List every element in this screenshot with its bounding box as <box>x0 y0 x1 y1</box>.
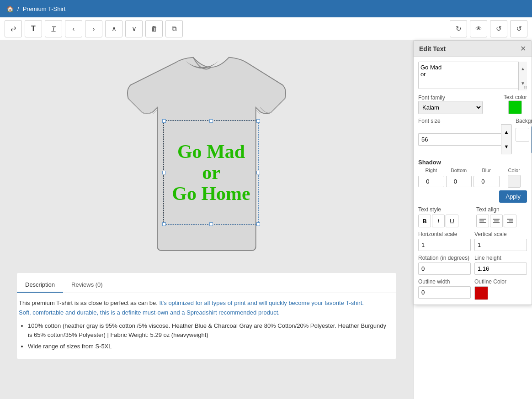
shadow-right-label: Right <box>418 168 444 173</box>
font-size-input[interactable] <box>418 133 501 146</box>
desc-text3: Soft, comfortable and durable, this is a… <box>19 309 280 316</box>
home-icon[interactable]: 🏠 <box>6 5 14 12</box>
resize-handle-tm[interactable] <box>209 119 213 123</box>
font-size-spinner: ▲ ▼ <box>501 124 512 154</box>
up-btn[interactable]: ∧ <box>105 20 122 37</box>
shadow-bottom-input[interactable] <box>446 176 472 187</box>
line-height-input[interactable] <box>474 262 527 275</box>
h-scale-label: Horizontal scale <box>418 231 471 237</box>
edit-text-panel: Edit Text ✕ Go Mad or ▲ ▼ ⠿ Font family … <box>413 40 532 305</box>
tab-description[interactable]: Description <box>17 278 63 293</box>
refresh-btn[interactable]: ↻ <box>450 20 467 37</box>
bg-color-header: Background color (Reset) <box>516 118 532 124</box>
font-family-select[interactable]: Kalam Arial Times New Roman Roboto Georg… <box>418 101 483 114</box>
apply-btn[interactable]: Apply <box>499 190 527 203</box>
font-family-label: Font family <box>418 94 500 101</box>
outline-color-label: Outline Color <box>474 278 527 285</box>
rotation-lineheight-row: Rotation (in degrees) Line height <box>418 255 527 275</box>
h-scale-input[interactable] <box>418 239 471 251</box>
line-height-label: Line height <box>474 255 527 261</box>
shadow-blur-input[interactable] <box>473 176 500 187</box>
underline-btn[interactable]: U <box>446 215 458 227</box>
text-style-section: Text style B I U <box>418 206 469 227</box>
desc-bullet1: 100% cotton (heather gray is 95% cotton … <box>28 321 390 341</box>
description-content: This premium T-shirt is as close to perf… <box>17 293 392 359</box>
outline-width-group: Outline width <box>418 278 471 300</box>
align-right-btn[interactable] <box>504 215 516 227</box>
outline-color-swatch[interactable] <box>474 286 488 300</box>
resize-handle-bm[interactable] <box>209 222 213 226</box>
h-scale-group: Horizontal scale <box>418 231 471 251</box>
resize-handle-tr[interactable] <box>256 119 260 123</box>
font-size-down-btn[interactable]: ▼ <box>501 139 511 154</box>
bg-color-white-swatch[interactable] <box>516 128 529 142</box>
outline-width-input[interactable] <box>418 286 471 299</box>
font-size-input-group: ▲ ▼ <box>418 124 512 154</box>
rotation-label: Rotation (in degrees) <box>418 255 471 261</box>
text-align-label: Text align <box>476 206 527 213</box>
align-buttons <box>476 215 527 227</box>
redo-btn[interactable]: ↻ <box>510 20 527 37</box>
shadow-right-input[interactable] <box>418 176 444 187</box>
rotation-group: Rotation (in degrees) <box>418 255 471 275</box>
bg-color-group: Background color (Reset) <box>516 118 532 153</box>
shadow-blur-label: Blur <box>473 168 500 173</box>
tshirt-canvas[interactable]: Go MadorGo Home <box>111 49 303 268</box>
text-align-section: Text align <box>476 206 527 227</box>
resize-handle-mr[interactable] <box>256 171 260 174</box>
text-selection-box[interactable]: Go MadorGo Home <box>163 120 259 225</box>
description-tabs: Description Reviews (0) <box>17 278 396 293</box>
font-size-label: Font size <box>418 118 512 124</box>
prev-btn[interactable]: ‹ <box>65 20 82 37</box>
bg-color-label: Background color <box>516 118 532 124</box>
resize-handle-tl[interactable] <box>162 119 166 123</box>
shadow-color-swatch[interactable] <box>508 175 521 188</box>
text-color-label: Text color <box>504 94 527 100</box>
breadcrumb-product[interactable]: Premium T-Shirt <box>23 5 66 12</box>
edit-text-close-btn[interactable]: ✕ <box>520 44 526 53</box>
tab-reviews[interactable]: Reviews (0) <box>63 278 111 293</box>
delete-btn[interactable]: 🗑 <box>145 20 163 37</box>
edit-text-title: Edit Text <box>419 45 446 52</box>
resize-handle-bl[interactable] <box>162 222 166 226</box>
eye-btn[interactable]: 👁 <box>470 20 487 37</box>
shadow-label: Shadow <box>418 159 527 166</box>
text-btn[interactable]: T <box>25 20 42 37</box>
text-italic-btn[interactable]: T <box>45 20 62 37</box>
font-family-row: Font family Kalam Arial Times New Roman … <box>418 94 527 114</box>
textarea-resize-handle[interactable]: ⠿ <box>524 85 527 90</box>
bold-btn[interactable]: B <box>418 215 431 227</box>
outline-color-group: Outline Color <box>474 278 527 300</box>
font-size-up-btn[interactable]: ▲ <box>501 125 511 139</box>
breadcrumb: 🏠 / Premium T-Shirt <box>0 0 532 17</box>
desc-text2: It's optimized for all types of print an… <box>160 299 364 306</box>
bg-color-swatches <box>516 126 532 153</box>
rotation-input[interactable] <box>418 262 471 275</box>
desc-bullet2: Wide range of sizes from S-5XL <box>28 342 390 352</box>
copy-btn[interactable]: ⧉ <box>165 20 183 37</box>
style-align-row: Text style B I U Text align <box>418 206 527 227</box>
v-scale-label: Vertical scale <box>474 231 527 237</box>
align-left-btn[interactable] <box>476 215 489 227</box>
font-size-group: Font size ▲ ▼ <box>418 118 512 154</box>
resize-handle-ml[interactable] <box>162 171 166 174</box>
font-family-group: Font family Kalam Arial Times New Roman … <box>418 94 500 114</box>
v-scale-input[interactable] <box>474 239 527 251</box>
shuffle-btn[interactable]: ⇄ <box>5 20 22 37</box>
font-size-bg-row: Font size ▲ ▼ Background color (Reset) <box>418 118 527 154</box>
tshirt-text: Go MadorGo Home <box>172 141 250 205</box>
down-btn[interactable]: ∨ <box>125 20 143 37</box>
desc-text1: This premium T-shirt is as close to perf… <box>19 299 158 306</box>
next-btn[interactable]: › <box>85 20 102 37</box>
text-style-label: Text style <box>418 206 469 213</box>
italic-btn[interactable]: I <box>432 215 445 227</box>
scroll-up-arrow[interactable]: ▲ <box>519 62 527 76</box>
align-center-btn[interactable] <box>490 215 503 227</box>
text-color-group: Text color <box>504 94 527 114</box>
text-color-swatch[interactable] <box>508 100 522 114</box>
canvas-area: Go MadorGo Home Description Reviews (0) … <box>0 40 413 399</box>
text-input-container: Go Mad or ▲ ▼ ⠿ <box>418 62 527 90</box>
undo-btn[interactable]: ↺ <box>490 20 507 37</box>
resize-handle-br[interactable] <box>256 222 260 226</box>
text-input[interactable]: Go Mad or <box>418 62 527 89</box>
